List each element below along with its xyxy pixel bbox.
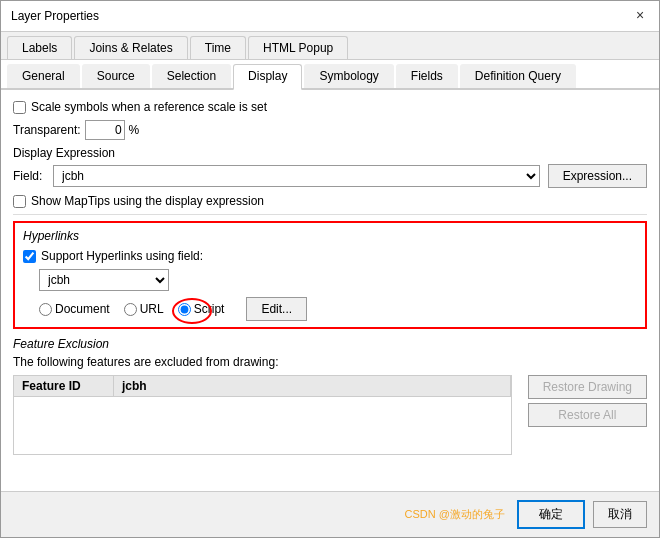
radio-document-label: Document <box>55 302 110 316</box>
transparent-row: Transparent: % <box>13 120 647 140</box>
cancel-button[interactable]: 取消 <box>593 501 647 528</box>
radio-document[interactable]: Document <box>39 302 110 316</box>
col-header-id: Feature ID <box>14 376 114 396</box>
top-tab-row: Labels Joins & Relates Time HTML Popup <box>1 32 659 60</box>
display-expression-label: Display Expression <box>13 146 647 160</box>
window-title: Layer Properties <box>11 9 99 23</box>
scale-symbols-checkbox[interactable] <box>13 101 26 114</box>
tab-fields[interactable]: Fields <box>396 64 458 88</box>
tab-source[interactable]: Source <box>82 64 150 88</box>
radio-document-input[interactable] <box>39 303 52 316</box>
show-maptips-row: Show MapTips using the display expressio… <box>13 194 647 208</box>
bottom-bar: CSDN @激动的兔子 确定 取消 <box>1 491 659 537</box>
restore-drawing-button[interactable]: Restore Drawing <box>528 375 647 399</box>
feature-table: Feature ID jcbh <box>13 375 512 455</box>
feature-exclusion-title: Feature Exclusion <box>13 337 647 351</box>
transparent-label: Transparent: <box>13 123 81 137</box>
show-maptips-label: Show MapTips using the display expressio… <box>31 194 264 208</box>
second-tab-row: General Source Selection Display Symbolo… <box>1 60 659 90</box>
tab-joins-relates[interactable]: Joins & Relates <box>74 36 187 59</box>
layer-properties-window: Layer Properties × Labels Joins & Relate… <box>0 0 660 538</box>
scale-symbols-label: Scale symbols when a reference scale is … <box>31 100 267 114</box>
hyperlinks-field-dropdown[interactable]: jcbh <box>39 269 169 291</box>
hyperlinks-dropdown-row: jcbh <box>39 269 637 291</box>
transparent-unit: % <box>129 123 140 137</box>
radio-url[interactable]: URL <box>124 302 164 316</box>
watermark: CSDN @激动的兔子 <box>405 507 505 522</box>
field-row: Field: jcbh Expression... <box>13 164 647 188</box>
radio-script-input[interactable] <box>178 303 191 316</box>
restore-all-button[interactable]: Restore All <box>528 403 647 427</box>
radio-script[interactable]: Script <box>178 302 225 316</box>
radio-group: Document URL Script Edit... <box>39 297 637 321</box>
support-hyperlinks-checkbox[interactable] <box>23 250 36 263</box>
close-button[interactable]: × <box>631 7 649 25</box>
support-hyperlinks-row: Support Hyperlinks using field: <box>23 249 637 263</box>
tab-selection[interactable]: Selection <box>152 64 231 88</box>
field-dropdown[interactable]: jcbh <box>53 165 540 187</box>
show-maptips-checkbox[interactable] <box>13 195 26 208</box>
support-hyperlinks-label: Support Hyperlinks using field: <box>41 249 203 263</box>
feature-table-header: Feature ID jcbh <box>14 376 511 397</box>
tab-general[interactable]: General <box>7 64 80 88</box>
scale-symbols-row: Scale symbols when a reference scale is … <box>13 100 647 114</box>
tab-time[interactable]: Time <box>190 36 246 59</box>
feature-buttons: Restore Drawing Restore All <box>520 375 647 455</box>
feature-exclusion-section: Feature Exclusion The following features… <box>13 337 647 455</box>
expression-button[interactable]: Expression... <box>548 164 647 188</box>
title-bar: Layer Properties × <box>1 1 659 32</box>
tab-labels[interactable]: Labels <box>7 36 72 59</box>
edit-button[interactable]: Edit... <box>246 297 307 321</box>
tab-display[interactable]: Display <box>233 64 302 90</box>
content-area: Scale symbols when a reference scale is … <box>1 90 659 491</box>
hyperlinks-title: Hyperlinks <box>23 229 637 243</box>
ok-button[interactable]: 确定 <box>517 500 585 529</box>
field-label: Field: <box>13 169 53 183</box>
tab-symbology[interactable]: Symbology <box>304 64 393 88</box>
tab-html-popup[interactable]: HTML Popup <box>248 36 348 59</box>
tab-definition-query[interactable]: Definition Query <box>460 64 576 88</box>
radio-url-label: URL <box>140 302 164 316</box>
feature-exclusion-body: Feature ID jcbh Restore Drawing Restore … <box>13 375 647 455</box>
feature-exclusion-desc: The following features are excluded from… <box>13 355 647 369</box>
transparent-input[interactable] <box>85 120 125 140</box>
radio-url-input[interactable] <box>124 303 137 316</box>
col-header-field: jcbh <box>114 376 511 396</box>
radio-script-label: Script <box>194 302 225 316</box>
hyperlinks-section: Hyperlinks Support Hyperlinks using fiel… <box>13 221 647 329</box>
